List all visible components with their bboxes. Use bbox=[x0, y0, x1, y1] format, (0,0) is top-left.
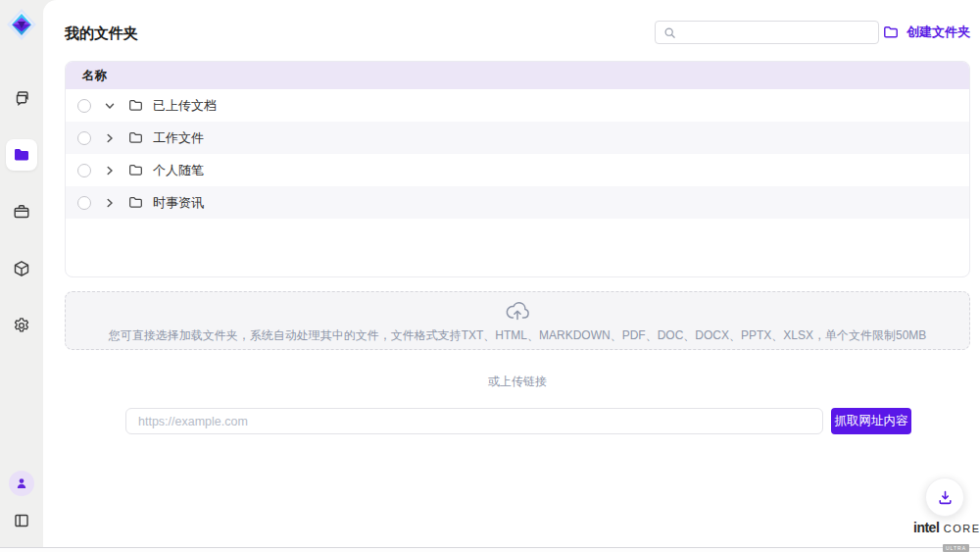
search-icon bbox=[663, 26, 676, 39]
folder-icon bbox=[13, 146, 30, 164]
folder-icon bbox=[128, 195, 143, 210]
row-expand-chevron[interactable] bbox=[103, 99, 117, 113]
folder-row-label: 个人随笔 bbox=[153, 162, 204, 179]
chat-icon bbox=[13, 89, 30, 107]
folder-row-label: 工作文件 bbox=[153, 129, 204, 147]
row-checkbox[interactable] bbox=[77, 196, 91, 210]
briefcase-icon bbox=[13, 203, 30, 221]
search-box bbox=[655, 21, 879, 44]
sidebar bbox=[0, 0, 43, 547]
sidebar-item-chat[interactable] bbox=[6, 82, 37, 114]
row-checkbox[interactable] bbox=[77, 99, 91, 113]
sidebar-item-settings[interactable] bbox=[6, 310, 37, 341]
gear-icon bbox=[13, 317, 30, 334]
row-expand-chevron[interactable] bbox=[103, 131, 117, 145]
folder-row[interactable]: 工作文件 bbox=[66, 122, 969, 154]
folder-icon bbox=[128, 130, 143, 145]
gem-logo-icon bbox=[6, 7, 37, 42]
upload-hint: 您可直接选择加载文件夹，系统自动处理其中的文件，文件格式支持TXT、HTML、M… bbox=[66, 327, 969, 344]
row-checkbox[interactable] bbox=[77, 164, 91, 177]
row-checkbox[interactable] bbox=[77, 131, 91, 145]
download-button[interactable] bbox=[925, 477, 964, 517]
cube-icon bbox=[13, 260, 30, 277]
intel-brand-text: intel bbox=[913, 520, 939, 535]
create-folder-button[interactable]: 创建文件夹 bbox=[883, 24, 970, 41]
folder-icon bbox=[128, 98, 143, 113]
main-panel: 我的文件夹 创建文件夹 名称 已上传文档 bbox=[43, 0, 980, 547]
folder-row[interactable]: 已上传文档 bbox=[66, 89, 969, 122]
user-icon bbox=[15, 477, 28, 490]
folder-row[interactable]: 个人随笔 bbox=[66, 154, 969, 186]
sidebar-item-folders[interactable] bbox=[6, 139, 37, 171]
window-bottom-strip bbox=[0, 548, 980, 552]
cloud-upload-icon bbox=[505, 300, 530, 322]
intel-core-logo: intel core ULTRA bbox=[913, 519, 974, 552]
panel-layout-icon bbox=[13, 512, 30, 529]
folder-row-label: 已上传文档 bbox=[153, 97, 217, 115]
intel-core-text: core bbox=[944, 523, 980, 534]
sidebar-item-panel-toggle[interactable] bbox=[13, 512, 30, 529]
sidebar-item-cube[interactable] bbox=[6, 253, 37, 284]
upload-dropzone[interactable]: 您可直接选择加载文件夹，系统自动处理其中的文件，文件格式支持TXT、HTML、M… bbox=[65, 291, 970, 350]
folder-icon bbox=[128, 163, 143, 177]
window-bottom-edge bbox=[0, 547, 980, 548]
row-expand-chevron[interactable] bbox=[103, 164, 117, 177]
app-logo[interactable] bbox=[6, 7, 37, 42]
folder-row[interactable]: 时事资讯 bbox=[66, 186, 969, 219]
link-upload-divider: 或上传链接 bbox=[65, 374, 970, 390]
create-folder-icon bbox=[883, 25, 899, 40]
sidebar-avatar[interactable] bbox=[9, 471, 34, 496]
folder-table: 名称 已上传文档 工作文件 bbox=[65, 61, 970, 277]
sidebar-item-briefcase[interactable] bbox=[6, 196, 37, 227]
table-header-name: 名称 bbox=[66, 62, 969, 89]
create-folder-label: 创建文件夹 bbox=[906, 24, 970, 41]
row-expand-chevron[interactable] bbox=[103, 196, 117, 210]
folder-row-label: 时事资讯 bbox=[153, 194, 204, 212]
page-title: 我的文件夹 bbox=[65, 25, 138, 43]
intel-ultra-badge: ULTRA bbox=[943, 544, 969, 552]
fetch-url-button[interactable]: 抓取网址内容 bbox=[831, 408, 911, 434]
search-input[interactable] bbox=[682, 22, 878, 43]
download-icon bbox=[937, 489, 954, 506]
folder-table-body: 已上传文档 工作文件 个人随笔 bbox=[66, 89, 969, 219]
url-input[interactable] bbox=[125, 408, 823, 434]
